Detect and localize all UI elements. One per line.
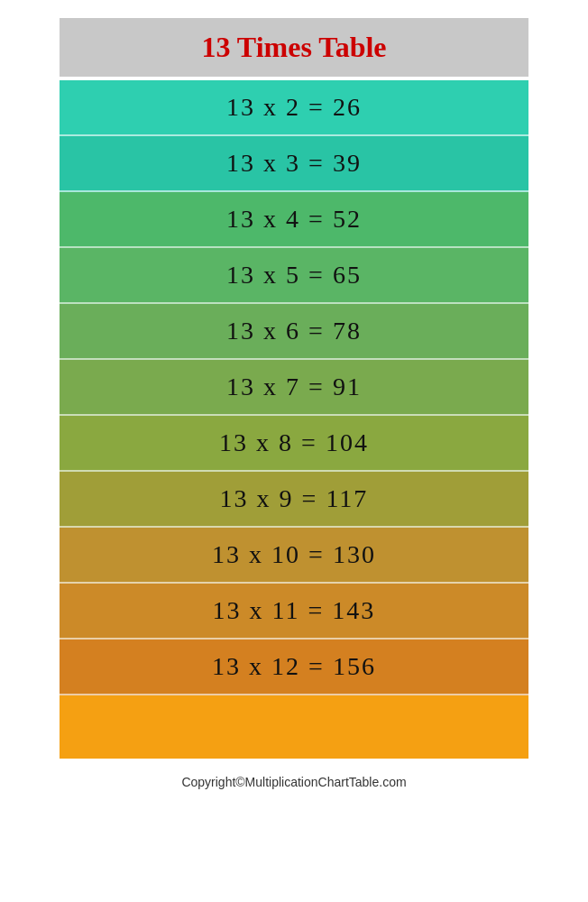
table-row: 13 x 11 = 143: [60, 584, 528, 640]
row-expression: 13 x 11 = 143: [204, 596, 384, 625]
main-container: 13 Times Table 13 x 2 = 2613 x 3 = 3913 …: [60, 18, 528, 759]
row-expression: 13 x 4 = 52: [204, 205, 384, 234]
table-row: 13 x 4 = 52: [60, 192, 528, 248]
row-expression: 13 x 5 = 65: [204, 261, 384, 290]
title-bar: 13 Times Table: [60, 18, 528, 77]
table-row: 13 x 9 = 117: [60, 472, 528, 528]
row-expression: 13 x 8 = 104: [204, 428, 384, 457]
table-row: 13 x 5 = 65: [60, 248, 528, 304]
table-row: 13 x 2 = 26: [60, 80, 528, 136]
footer: Copyright©MultiplicationChartTable.com: [181, 775, 406, 789]
page-title: 13 Times Table: [201, 31, 386, 63]
row-expression: 13 x 7 = 91: [204, 373, 384, 401]
row-expression: 13 x 12 = 156: [204, 652, 384, 681]
orange-bottom-block: [60, 695, 528, 759]
row-expression: 13 x 10 = 130: [204, 540, 384, 569]
table-row: 13 x 3 = 39: [60, 136, 528, 192]
table-row: 13 x 12 = 156: [60, 640, 528, 695]
table-row: 13 x 7 = 91: [60, 360, 528, 416]
times-table-wrapper: 13 x 2 = 2613 x 3 = 3913 x 4 = 5213 x 5 …: [60, 80, 528, 759]
row-expression: 13 x 9 = 117: [204, 484, 384, 513]
row-expression: 13 x 6 = 78: [204, 317, 384, 345]
table-row: 13 x 8 = 104: [60, 416, 528, 472]
row-expression: 13 x 3 = 39: [204, 149, 384, 178]
table-row: 13 x 6 = 78: [60, 304, 528, 360]
row-expression: 13 x 2 = 26: [204, 93, 384, 122]
table-row: 13 x 10 = 130: [60, 528, 528, 584]
